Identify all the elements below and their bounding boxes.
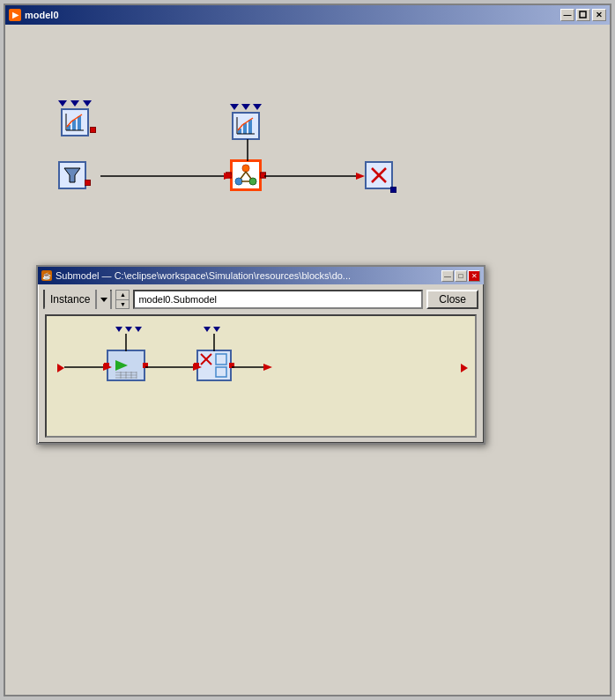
svg-line-21 <box>246 172 251 179</box>
path-input[interactable] <box>133 290 423 309</box>
step-up-button[interactable]: ▲ <box>116 291 129 300</box>
port-indicator-1 <box>58 100 67 107</box>
submodel-data-block[interactable] <box>107 350 145 381</box>
dialog-toolbar: Instance ▲ ▼ Close <box>43 290 478 309</box>
multi-block-top-ports <box>204 327 220 332</box>
dialog-title-bar: ☕ Submodel — C:\eclipse\workspace\Simula… <box>38 267 484 284</box>
multi-block-right-port <box>229 363 234 368</box>
step-down-button[interactable]: ▼ <box>116 300 129 309</box>
dialog-body: Instance ▲ ▼ Close <box>38 284 484 443</box>
svg-marker-31 <box>263 364 272 371</box>
svg-rect-45 <box>216 367 226 377</box>
dialog-minimize-button[interactable]: — <box>441 270 454 282</box>
close-dialog-button[interactable]: Close <box>426 290 478 309</box>
filter-block-icon <box>58 161 86 189</box>
restore-button[interactable] <box>576 9 590 21</box>
port-indicator-2 <box>70 100 79 107</box>
dialog-close-x-button[interactable]: ✕ <box>468 270 480 282</box>
minimize-button[interactable]: — <box>560 9 574 21</box>
filter-output-port <box>85 180 91 186</box>
svg-marker-25 <box>100 298 107 302</box>
svg-rect-8 <box>78 116 81 130</box>
chart-block-icon <box>61 108 89 136</box>
svg-rect-14 <box>248 120 252 134</box>
sink-block-icon <box>365 161 393 189</box>
app-icon: ▶ <box>9 9 21 21</box>
svg-rect-44 <box>216 354 226 365</box>
main-window-controls: — ✕ <box>560 9 606 21</box>
submodel-multi-block[interactable] <box>196 350 232 381</box>
filter-block[interactable] <box>58 161 86 189</box>
instance-dropdown[interactable]: Instance <box>43 290 112 309</box>
port-indicator-3 <box>83 100 92 107</box>
svg-point-18 <box>235 178 242 185</box>
dialog-title: Submodel — C:\eclipse\workspace\Simulati… <box>56 270 351 281</box>
dialog-window-controls: — □ ✕ <box>441 270 480 282</box>
output-port-red <box>90 127 96 133</box>
main-title-bar: ▶ model0 — ✕ <box>5 5 610 25</box>
submodel-left-port <box>226 173 232 179</box>
data-block-right-port <box>143 363 148 368</box>
submodel-block-icon <box>230 159 262 191</box>
submodel-right-port <box>260 173 266 179</box>
main-connections-svg <box>5 25 610 254</box>
svg-point-17 <box>242 165 249 172</box>
main-window-title: model0 <box>25 10 59 20</box>
svg-marker-34 <box>115 360 128 371</box>
data-block-left-port <box>104 363 109 368</box>
submodel-block[interactable] <box>230 159 262 191</box>
data-block-top-ports <box>115 327 142 332</box>
stepper-control[interactable]: ▲ ▼ <box>115 290 130 309</box>
top-port-2 <box>241 104 250 110</box>
sink-block[interactable] <box>365 161 393 189</box>
submodel-entry-arrow <box>57 364 64 372</box>
submodel-dialog: ☕ Submodel — C:\eclipse\workspace\Simula… <box>36 265 485 445</box>
submodel-canvas <box>45 314 477 438</box>
close-button[interactable]: ✕ <box>592 9 606 21</box>
svg-point-19 <box>249 178 256 185</box>
submodel-exit-arrow <box>461 364 468 372</box>
main-window: ▶ model0 — ✕ <box>4 4 611 696</box>
dialog-restore-button[interactable]: □ <box>455 270 467 282</box>
svg-line-20 <box>241 172 246 179</box>
svg-marker-4 <box>356 173 365 180</box>
svg-rect-0 <box>580 11 586 18</box>
source-block[interactable] <box>58 100 92 136</box>
top-source-block[interactable] <box>230 104 262 140</box>
instance-dropdown-arrow[interactable] <box>96 290 110 309</box>
sink-bottom-port <box>390 187 396 193</box>
dialog-app-icon: ☕ <box>41 270 52 281</box>
top-port-1 <box>230 104 239 110</box>
multi-block-left-port <box>194 363 199 368</box>
top-chart-icon <box>232 112 260 140</box>
svg-marker-11 <box>64 168 80 182</box>
instance-label: Instance <box>45 290 96 309</box>
top-port-3 <box>253 104 262 110</box>
